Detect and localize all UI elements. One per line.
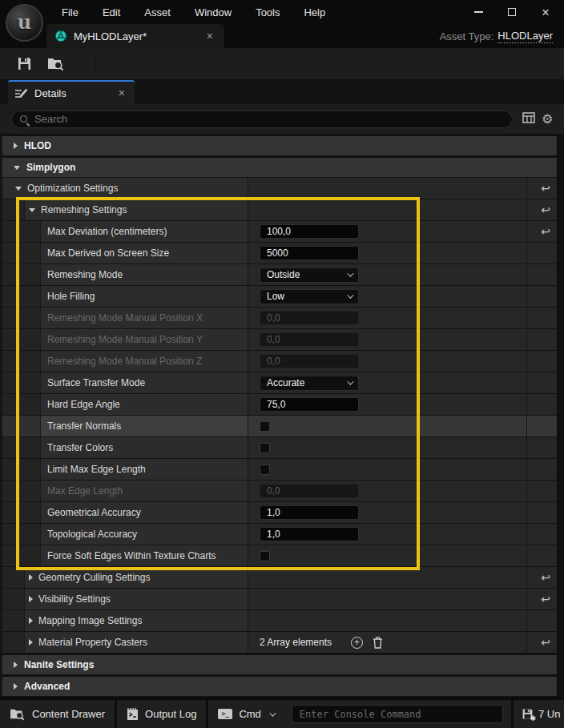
row-remeshing-mode[interactable]: Remeshing ModeOutside: [2, 264, 564, 286]
hole-filling-dropdown[interactable]: Low: [260, 289, 359, 304]
transfer-colors-checkbox[interactable]: [260, 443, 270, 453]
display-filter-icon[interactable]: [522, 112, 535, 126]
remeshing-mode-dropdown[interactable]: Outside: [260, 267, 359, 283]
row-hole-filling[interactable]: Hole FillingLow: [2, 286, 564, 308]
property-label: Geometrical Accuracy: [47, 507, 141, 518]
tab-details[interactable]: Details ×: [8, 80, 135, 104]
category-label: Advanced: [24, 681, 70, 692]
search-input[interactable]: [34, 113, 504, 125]
property-value-cell: 5000: [248, 243, 527, 263]
unreal-logo[interactable]: u: [6, 4, 43, 42]
geometry-culling-settings-reset-button[interactable]: ↩: [541, 572, 550, 583]
property-value-cell: [248, 459, 527, 480]
row-topological-accuracy[interactable]: Topological Accuracy1,0: [2, 524, 564, 545]
row-simplygon[interactable]: Simplygon: [2, 156, 564, 178]
row-max-deviation[interactable]: Max Deviation (centimeters)100,0↩: [2, 221, 564, 243]
row-transfer-colors[interactable]: Transfer Colors: [2, 437, 564, 459]
menu-file[interactable]: File: [50, 6, 91, 18]
row-limit-max-edge-length[interactable]: Limit Max Edge Length: [2, 459, 564, 481]
row-geometry-culling-settings[interactable]: Geometry Culling Settings↩: [2, 567, 564, 589]
console-command-input[interactable]: [292, 705, 503, 723]
chevron-right-icon[interactable]: [14, 683, 18, 690]
material-property-casters-reset-button[interactable]: ↩: [541, 637, 550, 648]
chevron-right-icon[interactable]: [29, 574, 33, 581]
remeshing-mode-manual-position-z-input[interactable]: 0,0: [260, 354, 359, 368]
output-log-button[interactable]: Output Log: [117, 700, 206, 728]
maximize-button[interactable]: [498, 2, 526, 22]
close-button[interactable]: ×: [532, 2, 559, 22]
delete-array-icon[interactable]: [373, 637, 383, 649]
search-box[interactable]: [11, 111, 513, 128]
visibility-settings-reset-button[interactable]: ↩: [541, 593, 550, 605]
transfer-normals-checkbox[interactable]: [260, 421, 270, 432]
row-nanite-settings[interactable]: Nanite Settings: [2, 654, 564, 675]
details-tab-close-icon[interactable]: ×: [115, 87, 128, 99]
vertical-scrollbar[interactable]: [557, 135, 564, 697]
geometrical-accuracy-input[interactable]: 1,0: [260, 505, 359, 520]
surface-transfer-mode-dropdown[interactable]: Accurate: [260, 376, 359, 391]
settings-gear-icon[interactable]: ⚙: [542, 113, 553, 126]
chevron-down-icon[interactable]: [29, 208, 35, 212]
row-max-edge-length[interactable]: Max Edge Length0,0: [2, 481, 564, 502]
max-derived-on-screen-size-input[interactable]: 5000: [260, 246, 359, 260]
row-hlod[interactable]: HLOD: [2, 135, 564, 156]
chevron-right-icon[interactable]: [29, 617, 33, 624]
row-optimization-settings[interactable]: Optimization Settings↩: [2, 178, 564, 199]
row-remeshing-mode-manual-position-x[interactable]: Remeshing Mode Manual Position X0,0: [2, 308, 564, 329]
asset-tab-close-icon[interactable]: ×: [203, 30, 216, 42]
minimize-button[interactable]: [465, 2, 492, 22]
row-advanced[interactable]: Advanced: [2, 675, 564, 697]
add-array-element-icon[interactable]: +: [351, 637, 363, 649]
chevron-right-icon[interactable]: [14, 143, 18, 149]
input-value: 1,0: [267, 507, 280, 518]
unsaved-assets-status[interactable]: ✱ 7 Un: [511, 700, 564, 728]
topological-accuracy-input[interactable]: 1,0: [260, 527, 359, 541]
property-value-cell: [248, 589, 527, 609]
asset-type-value[interactable]: HLODLayer: [498, 30, 553, 43]
menu-help[interactable]: Help: [292, 6, 337, 18]
save-button[interactable]: [8, 50, 40, 78]
menu-tools[interactable]: Tools: [244, 6, 292, 18]
chevron-right-icon[interactable]: [29, 639, 33, 646]
row-remeshing-settings[interactable]: Remeshing Settings↩: [2, 199, 564, 221]
row-visibility-settings[interactable]: Visibility Settings↩: [2, 589, 564, 610]
hard-edge-angle-input[interactable]: 75,0: [260, 397, 359, 412]
row-max-derived-on-screen-size[interactable]: Max Derived on Screen Size5000: [2, 243, 564, 264]
property-label: Remeshing Mode Manual Position X: [47, 312, 203, 324]
chevron-right-icon[interactable]: [14, 662, 18, 668]
row-hard-edge-angle[interactable]: Hard Edge Angle75,0: [2, 394, 564, 416]
chevron-down-icon[interactable]: [15, 187, 22, 191]
max-deviation-input[interactable]: 100,0: [260, 224, 359, 239]
menu-window[interactable]: Window: [183, 6, 244, 18]
chevron-right-icon[interactable]: [29, 596, 33, 602]
row-transfer-normals[interactable]: Transfer Normals: [2, 416, 564, 437]
remeshing-mode-manual-position-y-input[interactable]: 0,0: [260, 332, 359, 347]
optimization-settings-reset-button[interactable]: ↩: [541, 183, 550, 194]
max-edge-length-input[interactable]: 0,0: [260, 484, 359, 498]
property-label: Topological Accuracy: [47, 529, 137, 540]
chevron-down-icon[interactable]: [14, 166, 20, 170]
content-drawer-button[interactable]: Content Drawer: [0, 700, 115, 728]
menu-edit[interactable]: Edit: [91, 6, 132, 18]
cmd-selector[interactable]: >_ Cmd: [208, 700, 283, 728]
input-value: 5000: [267, 247, 288, 259]
row-geometrical-accuracy[interactable]: Geometrical Accuracy1,0: [2, 502, 564, 524]
row-surface-transfer-mode[interactable]: Surface Transfer ModeAccurate: [2, 372, 564, 394]
row-remeshing-mode-manual-position-y[interactable]: Remeshing Mode Manual Position Y0,0: [2, 329, 564, 351]
browse-to-asset-button[interactable]: [40, 50, 72, 78]
property-name-cell: Remeshing Mode Manual Position X: [2, 308, 248, 328]
row-material-property-casters[interactable]: Material Property Casters2 Array element…: [2, 632, 564, 654]
remeshing-mode-manual-position-x-input[interactable]: 0,0: [260, 311, 359, 325]
details-property-list: HLODSimplygonOptimization Settings↩Remes…: [0, 135, 564, 697]
force-soft-edges-within-texture-charts-checkbox[interactable]: [260, 551, 270, 561]
property-name-cell: Max Edge Length: [2, 481, 248, 501]
asset-tab-myhlodlayer[interactable]: MyHLODLayer* ×: [46, 24, 224, 48]
row-mapping-image-settings[interactable]: Mapping Image Settings: [2, 610, 564, 632]
max-deviation-reset-button[interactable]: ↩: [541, 226, 550, 237]
window-controls: ×: [465, 0, 559, 24]
menu-asset[interactable]: Asset: [132, 6, 183, 18]
remeshing-settings-reset-button[interactable]: ↩: [541, 204, 550, 215]
row-force-soft-edges-within-texture-charts[interactable]: Force Soft Edges Within Texture Charts: [2, 545, 564, 567]
limit-max-edge-length-checkbox[interactable]: [260, 465, 270, 475]
row-remeshing-mode-manual-position-z[interactable]: Remeshing Mode Manual Position Z0,0: [2, 351, 564, 372]
